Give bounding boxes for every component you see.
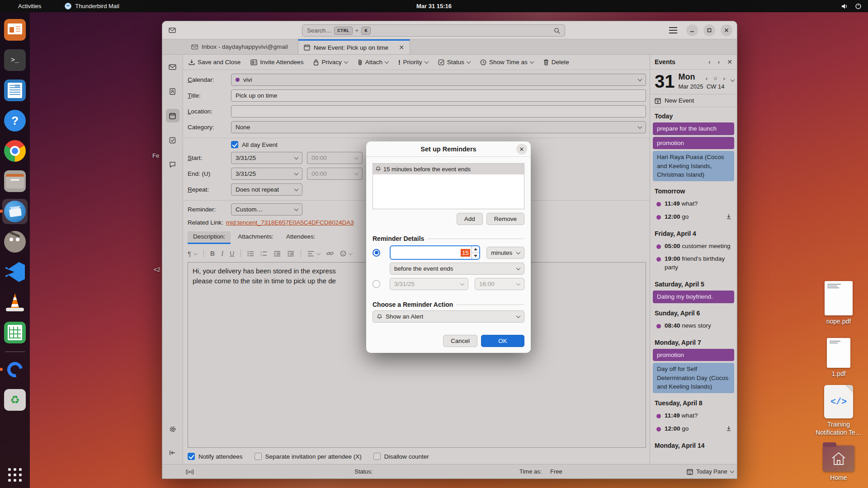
search-input[interactable]: Search… CTRL + K xyxy=(302,24,565,37)
save-and-close-button[interactable]: Save and Close xyxy=(189,59,241,66)
dock-item-trash[interactable]: ♻ xyxy=(2,387,28,413)
delete-button[interactable]: Delete xyxy=(543,59,569,66)
event-item[interactable]: Dating my boyfriend. xyxy=(653,291,734,303)
volume-icon[interactable] xyxy=(841,3,849,9)
tab-description[interactable]: Description: xyxy=(188,231,231,244)
event-item[interactable]: 11:49 what? xyxy=(653,409,734,422)
bold-button[interactable]: B xyxy=(210,250,215,257)
italic-button[interactable]: I xyxy=(221,250,223,258)
dock-item-libreoffice-impress[interactable] xyxy=(2,17,28,42)
privacy-menu-button[interactable]: Privacy xyxy=(313,59,347,66)
calendar-select[interactable]: vivi xyxy=(231,74,646,86)
close-button[interactable] xyxy=(721,24,732,36)
tab-new-event[interactable]: New Event: Pick up on time ✕ xyxy=(298,39,410,54)
event-item[interactable]: promotion xyxy=(653,137,734,150)
cancel-button[interactable]: Cancel xyxy=(443,335,477,347)
space-mail-button[interactable] xyxy=(166,60,179,74)
absolute-reminder-radio[interactable] xyxy=(373,280,380,288)
clock[interactable]: Mar 31 15:16 xyxy=(0,3,868,9)
maximize-button[interactable] xyxy=(703,24,715,36)
end-time-select[interactable]: 00:00 xyxy=(307,168,363,180)
dock-item-help[interactable]: ? xyxy=(2,108,28,133)
space-tasks-button[interactable] xyxy=(166,133,179,147)
minimize-button[interactable] xyxy=(686,24,698,36)
notify-attendees-checkbox[interactable]: Notify attendees xyxy=(188,453,243,460)
dialog-titlebar[interactable]: Set up Reminders ✕ xyxy=(366,141,531,157)
add-reminder-button[interactable]: Add xyxy=(457,213,483,225)
reminder-action-select[interactable]: Show an Alert xyxy=(373,310,524,323)
close-tab-icon[interactable]: ✕ xyxy=(399,44,404,51)
event-item[interactable]: promotion xyxy=(653,349,734,361)
show-time-as-menu-button[interactable]: Show Time as xyxy=(480,59,533,66)
events-prev-icon[interactable]: ‹ xyxy=(708,58,711,66)
dock-item-libreoffice-calc[interactable] xyxy=(2,320,28,345)
end-date-select[interactable]: 3/31/25 xyxy=(231,168,302,180)
space-addressbook-button[interactable] xyxy=(166,84,179,98)
event-item[interactable]: 12:00 go xyxy=(653,422,734,436)
space-calendar-button[interactable] xyxy=(166,109,179,122)
offset-unit-select[interactable]: minutes xyxy=(486,247,524,259)
invite-attendees-button[interactable]: Invite Attendees xyxy=(250,59,303,66)
dock-item-thunderbird[interactable] xyxy=(2,199,28,224)
title-input[interactable]: Pick up on time xyxy=(231,89,646,102)
absolute-time-select[interactable]: 16:00 xyxy=(475,278,524,290)
repeat-select[interactable]: Does not repeat xyxy=(231,183,302,196)
event-item[interactable]: Day off for Self Determination Day (Coco… xyxy=(653,363,734,393)
desktop-icon-nope-pdf[interactable]: nope.pdf xyxy=(814,281,863,326)
dock-item-chrome[interactable] xyxy=(2,138,28,164)
relation-select[interactable]: before the event ends xyxy=(390,263,524,275)
dock-item-files[interactable] xyxy=(2,169,28,194)
event-item[interactable]: Hari Raya Puasa (Cocos and Keeling Islan… xyxy=(653,151,734,181)
dock-item-gimp[interactable] xyxy=(2,229,28,254)
underline-button[interactable]: U xyxy=(230,250,234,257)
tab-attachments[interactable]: Attachments: xyxy=(232,231,279,244)
new-event-button[interactable]: New Event xyxy=(650,94,737,107)
number-spinner[interactable] xyxy=(472,246,479,259)
ok-button[interactable]: OK xyxy=(481,335,524,347)
disallow-counter-checkbox[interactable]: Disallow counter xyxy=(373,453,429,460)
download-icon[interactable] xyxy=(726,426,731,432)
dock-item-libreoffice-writer[interactable] xyxy=(2,78,28,103)
dock-item-software-updater[interactable] xyxy=(2,357,28,382)
space-chat-button[interactable] xyxy=(166,158,179,171)
dialog-close-button[interactable]: ✕ xyxy=(516,144,527,155)
settings-gear-icon[interactable] xyxy=(166,422,179,436)
today-pane-toggle[interactable]: 31 Today Pane xyxy=(687,468,734,475)
insert-link-button[interactable] xyxy=(326,250,334,257)
power-icon[interactable] xyxy=(855,3,862,9)
chevron-down-icon[interactable] xyxy=(731,77,735,82)
dock-item-terminal[interactable]: >_ xyxy=(2,47,28,73)
desktop-icon-home[interactable]: Home xyxy=(814,446,863,482)
reminder-list-item[interactable]: 15 minutes before the event ends xyxy=(373,164,524,174)
show-applications-button[interactable] xyxy=(8,468,22,482)
priority-menu-button[interactable]: ! Priority xyxy=(398,59,428,66)
next-day-icon[interactable]: › xyxy=(723,75,726,82)
alignment-button[interactable] xyxy=(307,251,320,257)
numbered-list-button[interactable]: 12 xyxy=(260,251,267,257)
app-menu-icon[interactable] xyxy=(669,30,677,31)
dock-item-vlc[interactable] xyxy=(2,290,28,315)
download-icon[interactable] xyxy=(726,214,731,220)
attach-menu-button[interactable]: Attach xyxy=(358,59,388,66)
events-next-icon[interactable]: › xyxy=(718,58,720,66)
activities-button[interactable]: Activities xyxy=(18,3,41,9)
bullet-list-button[interactable] xyxy=(247,251,254,257)
category-select[interactable]: None xyxy=(231,121,646,133)
absolute-date-select[interactable]: 3/31/25 xyxy=(390,278,468,290)
reminder-list[interactable]: 15 minutes before the event ends xyxy=(373,163,524,209)
paragraph-style-button[interactable]: ¶ xyxy=(188,250,197,258)
desktop-icon-training-notification[interactable]: </> Training Notification Te… xyxy=(814,385,863,436)
event-item[interactable]: 19:00 friend's birthday party xyxy=(653,253,734,274)
location-input[interactable] xyxy=(231,105,646,117)
reminder-select[interactable]: Custom… xyxy=(231,203,302,216)
dock-item-vscode[interactable] xyxy=(2,259,28,285)
event-item[interactable]: 08:40 news story xyxy=(653,319,734,333)
desktop-icon-1-pdf[interactable]: 1.pdf xyxy=(814,338,863,378)
allday-checkbox[interactable]: All day Event xyxy=(231,141,278,148)
tab-inbox[interactable]: Inbox - daydayhappyvivi@gmail xyxy=(186,39,298,54)
status-menu-button[interactable]: Status xyxy=(438,59,470,66)
relative-reminder-radio[interactable] xyxy=(373,249,380,257)
remove-reminder-button[interactable]: Remove xyxy=(486,213,524,225)
prev-day-icon[interactable]: ‹ xyxy=(706,75,708,82)
separate-invitation-checkbox[interactable]: Separate invitation per attendee (X) xyxy=(255,453,362,460)
